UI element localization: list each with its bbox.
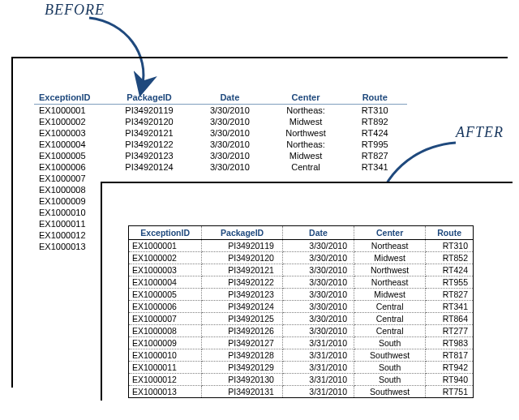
cell: RT995: [342, 139, 407, 150]
cell: EX1000005: [34, 150, 108, 161]
cell: Northwest: [354, 264, 426, 276]
table-row: EX1000007PI349201253/30/2010CentralRT864: [129, 313, 474, 325]
table-row: EX1000001PI349201193/30/2010Northeas:RT3…: [34, 105, 407, 117]
cell: Midwest: [269, 150, 343, 161]
cell: RT277: [426, 325, 474, 337]
table-row: EX1000013PI349201313/31/2010SouthwestRT7…: [129, 386, 474, 398]
cell: EX1000002: [129, 252, 202, 264]
cell: RT827: [426, 289, 474, 301]
cell: EX1000009: [34, 195, 108, 207]
cell: EX1000004: [34, 139, 108, 150]
cell: PI34920130: [202, 374, 282, 386]
cell: South: [354, 337, 426, 349]
col-package-id: PackageID: [202, 226, 282, 240]
col-center: Center: [354, 226, 426, 240]
label-before: BEFORE: [45, 2, 105, 19]
cell: 3/30/2010: [282, 301, 354, 313]
cell: 3/30/2010: [191, 161, 269, 173]
table-row: EX1000010PI349201283/31/2010SouthwestRT8…: [129, 349, 474, 362]
cell: 3/31/2010: [282, 362, 354, 374]
table-row: EX1000004PI349201223/30/2010Northeas:RT9…: [34, 139, 407, 150]
cell: EX1000006: [129, 301, 202, 313]
col-exception-id: ExceptionID: [34, 91, 108, 105]
cell: PI34920126: [202, 325, 282, 337]
table-row: EX1000003PI349201213/30/2010NorthwestRT4…: [129, 264, 474, 276]
cell: RT827: [342, 150, 407, 161]
cell: 3/31/2010: [282, 337, 354, 349]
cell: EX1000009: [129, 337, 202, 349]
table-row: EX1000012PI349201303/31/2010SouthRT940: [129, 374, 474, 386]
cell: 3/30/2010: [191, 116, 269, 127]
table-row: EX1000006PI349201243/30/2010CentralRT341: [129, 301, 474, 313]
cell: PI34920123: [108, 150, 191, 161]
table-row: EX1000003PI349201213/30/2010NorthwestRT4…: [34, 127, 407, 139]
cell: RT955: [426, 276, 474, 289]
cell: RT852: [426, 252, 474, 264]
table-row: EX1000009PI349201273/31/2010SouthRT983: [129, 337, 474, 349]
cell: EX1000002: [34, 116, 108, 127]
cell: Northwest: [269, 127, 343, 139]
cell: EX1000007: [34, 173, 108, 184]
cell: EX1000011: [34, 218, 108, 229]
cell: Northeast: [354, 276, 426, 289]
col-route: Route: [342, 91, 407, 105]
cell: 3/30/2010: [282, 252, 354, 264]
cell: Central: [354, 301, 426, 313]
table-row: EX1000002PI349201203/30/2010MidwestRT852: [129, 252, 474, 264]
cell: EX1000004: [129, 276, 202, 289]
cell: EX1000013: [34, 241, 108, 252]
col-route: Route: [426, 226, 474, 240]
table-row: EX1000001PI349201193/30/2010NortheastRT3…: [129, 240, 474, 252]
cell: 3/30/2010: [282, 264, 354, 276]
cell: RT942: [426, 362, 474, 374]
cell: EX1000006: [34, 161, 108, 173]
cell: 3/30/2010: [282, 313, 354, 325]
cell: EX1000003: [34, 127, 108, 139]
cell: PI34920124: [108, 161, 191, 173]
cell: 3/30/2010: [191, 105, 269, 117]
cell: RT892: [342, 116, 407, 127]
col-exception-id: ExceptionID: [129, 226, 202, 240]
cell: PI34920119: [202, 240, 282, 252]
table-before-header-row: ExceptionID PackageID Date Center Route: [34, 91, 407, 105]
cell: 3/30/2010: [282, 276, 354, 289]
cell: Midwest: [354, 289, 426, 301]
cell: 3/30/2010: [191, 139, 269, 150]
cell: RT940: [426, 374, 474, 386]
cell: RT310: [342, 105, 407, 117]
table-row: EX1000008PI349201263/30/2010CentralRT277: [129, 325, 474, 337]
cell: 3/31/2010: [282, 349, 354, 362]
cell: EX1000007: [129, 313, 202, 325]
col-center: Center: [269, 91, 343, 105]
cell: PI34920122: [202, 276, 282, 289]
cell: PI34920120: [108, 116, 191, 127]
cell: RT864: [426, 313, 474, 325]
cell: EX1000008: [129, 325, 202, 337]
cell: EX1000005: [129, 289, 202, 301]
cell: PI34920124: [202, 301, 282, 313]
col-package-id: PackageID: [108, 91, 191, 105]
cell: EX1000013: [129, 386, 202, 398]
table-after-header-row: ExceptionID PackageID Date Center Route: [129, 226, 474, 240]
cell: 3/30/2010: [191, 127, 269, 139]
cell: Central: [354, 313, 426, 325]
cell: South: [354, 362, 426, 374]
table-row: EX1000002PI349201203/30/2010MidwestRT892: [34, 116, 407, 127]
cell: RT341: [342, 161, 407, 173]
cell: Northeas:: [269, 139, 343, 150]
cell: EX1000010: [34, 207, 108, 218]
cell: EX1000001: [34, 105, 108, 117]
cell: RT424: [342, 127, 407, 139]
cell: PI34920120: [202, 252, 282, 264]
cell: PI34920129: [202, 362, 282, 374]
cell: Midwest: [269, 116, 343, 127]
cell: EX1000012: [34, 229, 108, 241]
table-row: EX1000004PI349201223/30/2010NortheastRT9…: [129, 276, 474, 289]
cell: 3/30/2010: [282, 325, 354, 337]
cell: PI34920121: [202, 264, 282, 276]
cell: Central: [354, 325, 426, 337]
cell: PI34920121: [108, 127, 191, 139]
cell: 3/30/2010: [191, 150, 269, 161]
col-date: Date: [191, 91, 269, 105]
cell: PI34920122: [108, 139, 191, 150]
